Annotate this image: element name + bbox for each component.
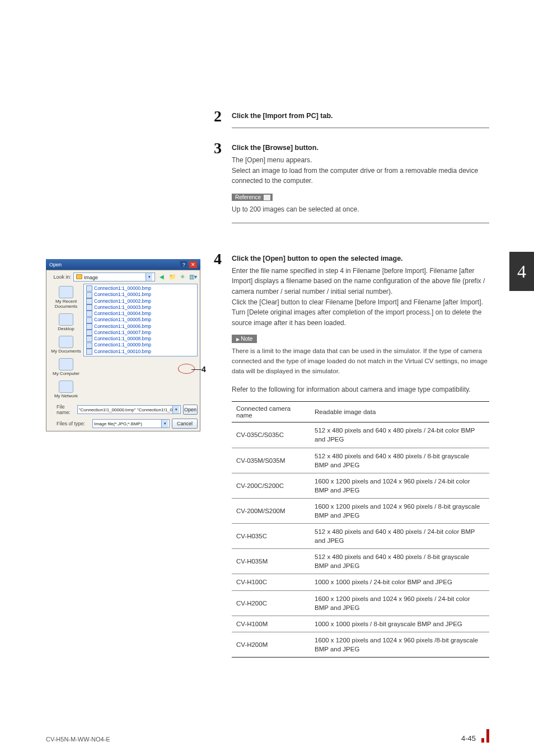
lookin-label: Look in: xyxy=(49,274,71,280)
places-bar-item[interactable]: My Computer xyxy=(53,358,79,376)
open-dialog-screenshot: Open ? ✕ Look in: Image ▾ ◀ 📁 ✳ ▥▾ xyxy=(46,259,200,431)
step-3-number: 3 xyxy=(214,139,222,157)
lookin-value: Image xyxy=(84,275,98,280)
lookin-dropdown[interactable]: Image ▾ xyxy=(73,273,155,281)
image-data-cell: 1000 x 1000 pixels / 8-bit grayscale BMP… xyxy=(310,616,489,632)
views-icon[interactable]: ▥▾ xyxy=(189,273,198,281)
step-2: 2 Click the [Import from PC] tab. xyxy=(232,112,489,128)
list-item[interactable]: Connection1:1_00003.bmp xyxy=(86,304,195,311)
back-icon[interactable]: ◀ xyxy=(157,273,166,281)
camera-name-cell: CV-H200M xyxy=(232,632,310,657)
list-item[interactable]: Connection1:1_00009.bmp xyxy=(86,342,195,348)
reference-text: Up to 200 images can be selected at once… xyxy=(232,204,489,215)
step-4-body-1: Enter the file name specified in step 4 … xyxy=(232,266,489,297)
places-bar-item[interactable]: Desktop xyxy=(58,313,74,331)
filetype-label: Files of type: xyxy=(49,421,90,426)
step-2-number: 2 xyxy=(214,107,222,125)
image-data-cell: 1600 x 1200 pixels and 1024 x 960 pixels… xyxy=(310,590,489,616)
step-4-body-2: Click the [Clear] button to clear Filena… xyxy=(232,297,489,308)
callout-4-label: 4 xyxy=(202,365,206,374)
chevron-down-icon[interactable]: ▾ xyxy=(172,406,179,414)
place-icon xyxy=(59,381,73,393)
camera-name-cell: CV-035C/S035C xyxy=(232,422,310,448)
dialog-title: Open xyxy=(49,262,62,267)
camera-name-cell: CV-035M/S035M xyxy=(232,448,310,473)
table-row: CV-035M/S035M512 x 480 pixels and 640 x … xyxy=(232,448,489,473)
reference-arrow-icon xyxy=(264,195,270,200)
places-bar-item[interactable]: My Documents xyxy=(51,336,81,354)
help-icon[interactable]: ? xyxy=(180,261,188,267)
step-3-body-1: The [Open] menu appears. xyxy=(232,155,489,166)
callout-oval xyxy=(178,364,195,374)
note-text: There is a limit to the image data that … xyxy=(232,346,489,376)
step-3-title: Click the [Browse] button. xyxy=(232,144,489,152)
chapter-tab: 4 xyxy=(509,252,534,291)
file-list[interactable]: Connection1:1_00000.bmpConnection1:1_000… xyxy=(83,284,198,356)
camera-name-cell: CV-H100M xyxy=(232,616,310,632)
camera-name-cell: CV-200C/S200C xyxy=(232,473,310,498)
filename-label: File name: xyxy=(49,404,75,415)
reference-label-text: Reference xyxy=(235,194,261,200)
camera-name-cell: CV-H035M xyxy=(232,549,310,574)
filename-value: "Connection1!1_00000.bmp" "Connection1!1… xyxy=(79,407,172,412)
place-label: Desktop xyxy=(58,326,74,331)
up-folder-icon[interactable]: 📁 xyxy=(168,273,177,281)
callout-leader-line xyxy=(191,369,202,370)
reference-label: Reference xyxy=(232,194,273,201)
table-row: CV-200C/S200C1600 x 1200 pixels and 1024… xyxy=(232,473,489,498)
place-label: My Computer xyxy=(53,371,79,376)
list-item[interactable]: Connection1:1_00007.bmp xyxy=(86,330,195,336)
list-item[interactable]: Connection1:1_00006.bmp xyxy=(86,323,195,330)
table-row: CV-H200M1600 x 1200 pixels and 1024 x 96… xyxy=(232,632,489,657)
filetype-field[interactable]: Image file(*.JPG;*.BMP) ▾ xyxy=(92,419,170,428)
close-icon[interactable]: ✕ xyxy=(189,261,197,268)
camera-name-cell: CV-H035C xyxy=(232,524,310,549)
step-3-body-2: Select an image to load from the compute… xyxy=(232,166,489,186)
step-4-number: 4 xyxy=(214,250,222,268)
place-label: My Documents xyxy=(51,349,81,354)
image-data-cell: 1000 x 1000 pixels / 24-bit color BMP an… xyxy=(310,574,489,590)
filename-field[interactable]: "Connection1!1_00000.bmp" "Connection1!1… xyxy=(77,405,181,414)
table-row: CV-H100C1000 x 1000 pixels / 24-bit colo… xyxy=(232,574,489,590)
image-data-cell: 512 x 480 pixels and 640 x 480 pixels / … xyxy=(310,422,489,448)
list-item[interactable]: Connection1:1_00000.bmp xyxy=(86,285,195,292)
page-number: 4-45 xyxy=(461,734,476,743)
doc-id: CV-H5N-M-WW-NO4-E xyxy=(46,736,110,743)
place-icon xyxy=(59,313,73,326)
camera-name-cell: CV-H200C xyxy=(232,590,310,616)
cancel-button[interactable]: Cancel xyxy=(172,419,198,429)
table-row: CV-200M/S200M1600 x 1200 pixels and 1024… xyxy=(232,498,489,523)
image-data-cell: 1600 x 1200 pixels and 1024 x 960 pixels… xyxy=(310,473,489,498)
divider xyxy=(232,128,489,128)
camera-name-cell: CV-H100C xyxy=(232,574,310,590)
chevron-down-icon[interactable]: ▾ xyxy=(146,273,152,281)
step-4-title: Click the [Open] button to open the sele… xyxy=(232,255,489,262)
image-data-cell: 512 x 480 pixels and 640 x 480 pixels / … xyxy=(310,448,489,473)
camera-name-cell: CV-200M/S200M xyxy=(232,498,310,523)
chevron-down-icon[interactable]: ▾ xyxy=(161,420,168,428)
table-row: CV-H035M512 x 480 pixels and 640 x 480 p… xyxy=(232,549,489,574)
list-item[interactable]: Connection1:1_00001.bmp xyxy=(86,292,195,298)
list-item[interactable]: Connection1:1_00002.bmp xyxy=(86,298,195,304)
new-folder-icon[interactable]: ✳ xyxy=(178,273,187,281)
table-row: CV-H035C512 x 480 pixels and 640 x 480 p… xyxy=(232,524,489,549)
list-item[interactable]: Connection1:1_00008.bmp xyxy=(86,336,195,342)
table-row: CV-H200C1600 x 1200 pixels and 1024 x 96… xyxy=(232,590,489,616)
place-icon xyxy=(59,286,73,298)
place-icon xyxy=(59,336,73,348)
dialog-titlebar: Open ? ✕ xyxy=(46,259,200,270)
table-row: CV-035C/S035C512 x 480 pixels and 640 x … xyxy=(232,422,489,448)
places-bar-item[interactable]: My Recent Documents xyxy=(49,286,83,309)
open-button[interactable]: Open xyxy=(183,405,198,415)
page-mark-bar-icon xyxy=(481,738,484,743)
place-label: My Recent Documents xyxy=(49,299,83,309)
table-head-data: Readable image data xyxy=(310,402,489,422)
places-bar-item[interactable]: My Network xyxy=(54,381,78,398)
list-item[interactable]: Connection1:1_00010.bmp xyxy=(86,349,195,355)
step-4-body-3: Turn [Delete original images after compl… xyxy=(232,307,489,328)
camera-compat-table: Connected camera name Readable image dat… xyxy=(232,401,489,658)
list-item[interactable]: Connection1:1_00004.bmp xyxy=(86,311,195,317)
page-mark: 4-45 xyxy=(461,729,489,743)
list-item[interactable]: Connection1:1_00005.bmp xyxy=(86,317,195,323)
table-head-camera: Connected camera name xyxy=(232,402,310,422)
